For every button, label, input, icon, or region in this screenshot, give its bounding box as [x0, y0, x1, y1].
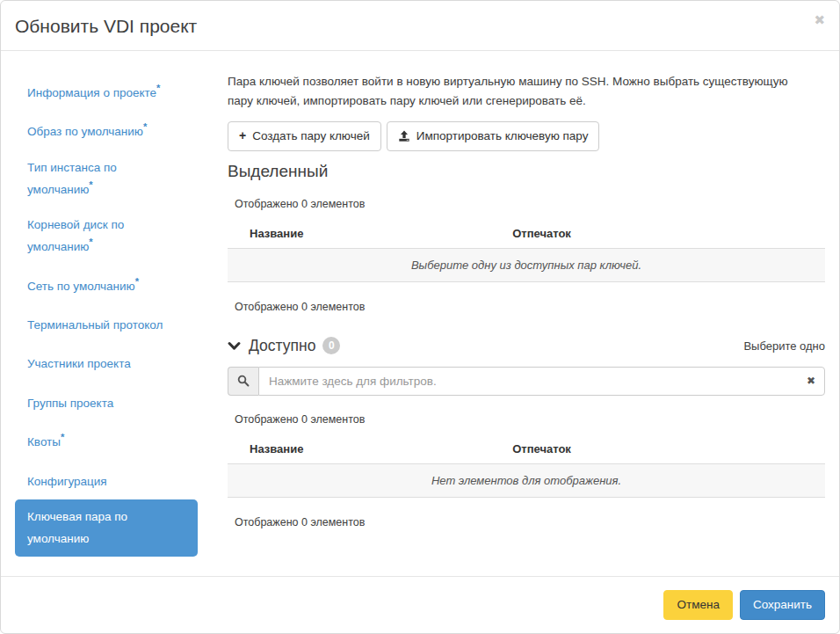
sidebar-item-project-groups[interactable]: Группы проекта	[15, 383, 198, 421]
keypair-actions: + Создать пару ключей Импортировать ключ…	[228, 121, 825, 151]
filter-input[interactable]	[258, 367, 825, 396]
allocated-count-bottom: Отображено 0 элементов	[235, 301, 825, 313]
search-icon[interactable]	[228, 367, 258, 396]
sidebar-item-default-image[interactable]: Образ по умолчанию*	[15, 111, 198, 149]
required-asterisk: *	[89, 179, 92, 190]
available-count-badge: 0	[322, 337, 340, 354]
plus-icon: +	[239, 128, 246, 145]
import-keypair-label: Импортировать ключевую пару	[416, 128, 589, 145]
required-asterisk: *	[156, 83, 160, 93]
sidebar-item-label: Конфигурация	[27, 474, 107, 487]
allocated-section-title: Выделенный	[228, 162, 825, 181]
create-keypair-button[interactable]: + Создать пару ключей	[228, 121, 381, 151]
required-asterisk: *	[135, 276, 139, 287]
clear-filter-icon[interactable]: ✖	[807, 374, 815, 389]
column-header-name: Название	[228, 222, 490, 249]
sidebar-item-label: Информация о проекте	[27, 86, 156, 99]
required-asterisk: *	[61, 432, 64, 442]
sidebar-item-label: Сеть по умолчанию	[27, 279, 135, 292]
available-table: Название Отпечаток Нет элементов для ото…	[228, 437, 825, 498]
allocated-empty-message: Выберите одну из доступных пар ключей.	[228, 248, 825, 281]
available-section-title: Доступно	[249, 337, 315, 355]
modal-body: Информация о проекте* Образ по умолчанию…	[1, 51, 839, 576]
modal-title: Обновить VDI проект	[15, 16, 825, 37]
select-one-hint: Выберите одно	[743, 339, 825, 353]
column-header-name: Название	[228, 437, 490, 464]
sidebar-item-label: Участники проекта	[27, 357, 131, 370]
table-empty-row: Нет элементов для отображения.	[228, 463, 825, 497]
allocated-table: Название Отпечаток Выберите одну из дост…	[228, 222, 825, 282]
chevron-down-icon[interactable]	[228, 339, 241, 353]
keypair-description: Пара ключей позволяет войти в новую вирт…	[228, 72, 803, 110]
sidebar-item-default-keypair[interactable]: Ключевая пара по умолчанию	[15, 499, 198, 557]
upload-icon	[398, 130, 410, 142]
filter-search: ✖	[228, 367, 825, 396]
sidebar-item-quotas[interactable]: Квоты*	[15, 421, 198, 460]
sidebar-item-label: Группы проекта	[27, 396, 113, 409]
sidebar-item-label: Тип инстанса по умолчанию	[27, 161, 117, 195]
sidebar-item-label: Квоты	[27, 435, 61, 448]
sidebar-item-project-info[interactable]: Информация о проекте*	[15, 72, 198, 111]
sidebar-item-label: Образ по умолчанию	[27, 125, 143, 138]
modal-header: Обновить VDI проект ✖	[1, 1, 839, 51]
import-keypair-button[interactable]: Импортировать ключевую пару	[387, 121, 600, 151]
sidebar-item-configuration[interactable]: Конфигурация	[15, 461, 198, 499]
sidebar-item-root-disk[interactable]: Корневой диск по умолчанию*	[15, 208, 198, 265]
cancel-button[interactable]: Отмена	[663, 590, 732, 620]
sidebar: Информация о проекте* Образ по умолчанию…	[15, 72, 198, 576]
required-asterisk: *	[89, 237, 92, 247]
sidebar-item-project-members[interactable]: Участники проекта	[15, 343, 198, 382]
sidebar-item-default-flavor[interactable]: Тип инстанса по умолчанию*	[15, 150, 198, 208]
create-keypair-label: Создать пару ключей	[252, 128, 370, 145]
sidebar-item-terminal-protocol[interactable]: Терминальный протокол	[15, 304, 198, 343]
sidebar-item-label: Терминальный протокол	[27, 317, 163, 331]
table-header-row: Название Отпечаток	[228, 222, 825, 249]
available-count-bottom: Отображено 0 элементов	[235, 516, 825, 528]
save-button[interactable]: Сохранить	[740, 590, 825, 620]
keypair-step-content: Пара ключей позволяет войти в новую вирт…	[228, 72, 825, 576]
available-empty-message: Нет элементов для отображения.	[228, 463, 825, 497]
modal-footer: Отмена Сохранить	[1, 576, 839, 633]
sidebar-item-default-network[interactable]: Сеть по умолчанию*	[15, 266, 198, 304]
table-empty-row: Выберите одну из доступных пар ключей.	[228, 248, 825, 281]
sidebar-item-label: Ключевая пара по умолчанию	[27, 510, 127, 544]
required-asterisk: *	[143, 121, 147, 132]
column-header-fingerprint: Отпечаток	[490, 437, 825, 464]
sidebar-item-label: Корневой диск по умолчанию	[27, 218, 124, 252]
close-icon[interactable]: ✖	[814, 13, 825, 26]
available-section-header: Доступно 0 Выберите одно	[228, 337, 825, 355]
allocated-count-top: Отображено 0 элементов	[235, 198, 825, 210]
table-header-row: Название Отпечаток	[228, 437, 825, 464]
update-vdi-project-modal: Обновить VDI проект ✖ Информация о проек…	[0, 0, 840, 634]
column-header-fingerprint: Отпечаток	[490, 222, 825, 249]
available-count-top: Отображено 0 элементов	[235, 413, 825, 426]
